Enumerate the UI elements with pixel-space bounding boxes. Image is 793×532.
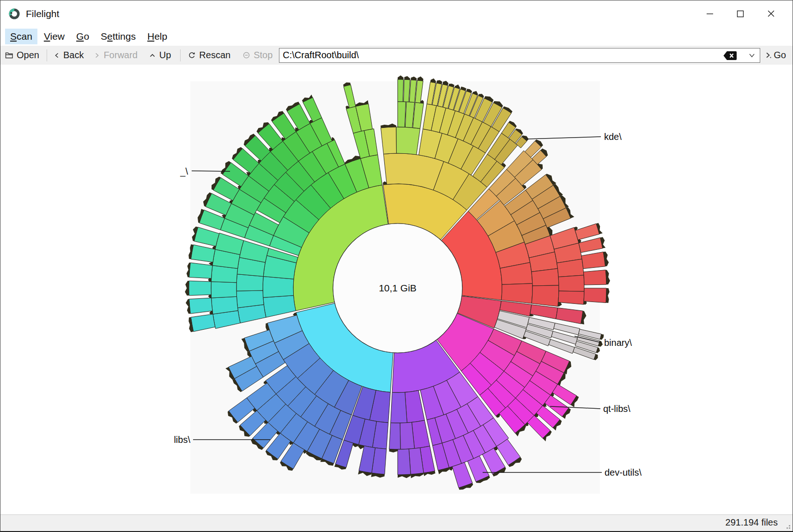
clear-text-icon[interactable] [723,50,738,61]
map-segment[interactable] [396,127,420,155]
menu-item-scan[interactable]: Scan [5,29,37,44]
go-button[interactable]: Go [765,50,786,60]
menu-item-go[interactable]: Go [71,29,94,44]
stop-button[interactable]: Stop [242,50,272,60]
back-icon [54,52,60,59]
open-folder-icon [5,52,13,59]
location-value: C:\CraftRoot\build\ [283,50,359,60]
minimize-icon [706,10,714,18]
map-segment[interactable] [236,290,264,308]
forward-icon [94,52,100,59]
directory-label[interactable]: kde\ [604,132,622,142]
maximize-button[interactable] [725,0,756,27]
label-callout-line [192,171,230,171]
rescan-button[interactable]: Rescan [188,50,230,60]
map-segment[interactable] [502,284,533,303]
resize-grip-icon[interactable] [785,523,791,530]
open-label: Open [17,50,39,60]
back-button[interactable]: Back [54,50,84,60]
location-field[interactable]: C:\CraftRoot\build\ [279,48,760,63]
directory-label[interactable]: binary\ [604,338,632,348]
close-button[interactable] [756,0,786,27]
stop-icon [242,51,250,59]
menu-item-settings[interactable]: Settings [96,29,141,44]
history-dropdown-icon[interactable] [749,53,755,58]
forward-label: Forward [103,50,137,60]
go-label: Go [774,50,786,60]
map-area: 10,1 GiBkde\_\binary\qt-libs\dev-utils\l… [0,65,793,514]
go-icon [765,51,772,59]
window-title: Filelight [26,8,59,19]
maximize-icon [736,10,745,18]
map-segment[interactable] [558,291,584,304]
menu-item-help[interactable]: Help [142,29,172,44]
map-segment[interactable] [381,127,397,154]
menu-bar: ScanViewGoSettingsHelp [0,27,793,46]
menu-item-view[interactable]: View [39,29,70,44]
map-segment[interactable] [189,298,212,314]
stop-label: Stop [254,50,272,60]
directory-label[interactable]: _\ [180,166,188,177]
sunburst-map[interactable]: 10,1 GiBkde\_\binary\qt-libs\dev-utils\l… [0,65,793,514]
tool-bar: Open Back Forward Up Rescan Stop C:\Craf… [0,46,793,65]
directory-label[interactable]: dev-utils\ [605,467,642,478]
map-segment[interactable] [583,270,606,285]
map-segment[interactable] [532,268,559,285]
map-segment[interactable] [189,263,212,278]
filelight-window: Filelight ScanViewGoSettingsHelp Open Ba… [0,0,793,532]
file-count: 291.194 files [726,517,778,528]
filelight-app-icon [8,8,20,20]
rescan-icon [188,51,196,59]
map-segment[interactable] [404,79,410,102]
open-button[interactable]: Open [5,50,39,60]
back-label: Back [63,50,84,60]
total-size-label: 10,1 GiB [379,283,417,293]
window-controls [695,0,786,27]
map-segment[interactable] [584,288,606,303]
map-segment[interactable] [400,422,414,449]
map-segment[interactable] [236,274,263,291]
forward-button[interactable]: Forward [94,50,137,60]
directory-label[interactable]: libs\ [174,435,190,445]
minimize-button[interactable] [695,0,725,27]
map-segment[interactable] [263,277,294,298]
map-segment[interactable] [389,423,400,449]
map-segment[interactable] [189,281,211,296]
toolbar-separator [180,49,181,61]
map-segment[interactable] [211,282,236,298]
map-segment[interactable] [558,275,584,291]
up-icon [149,52,156,59]
map-segment[interactable] [398,449,411,475]
directory-label[interactable]: qt-libs\ [603,404,630,414]
map-segment[interactable] [532,285,559,307]
status-bar: 291.194 files [0,514,793,531]
map-segment[interactable] [398,102,406,127]
map-segment[interactable] [391,392,407,423]
map-segment[interactable] [398,79,404,102]
rescan-label: Rescan [199,50,230,60]
up-button[interactable]: Up [149,50,171,60]
toolbar-separator [47,49,47,61]
title-bar: Filelight [0,0,793,27]
up-label: Up [159,50,171,60]
close-icon [767,9,775,18]
